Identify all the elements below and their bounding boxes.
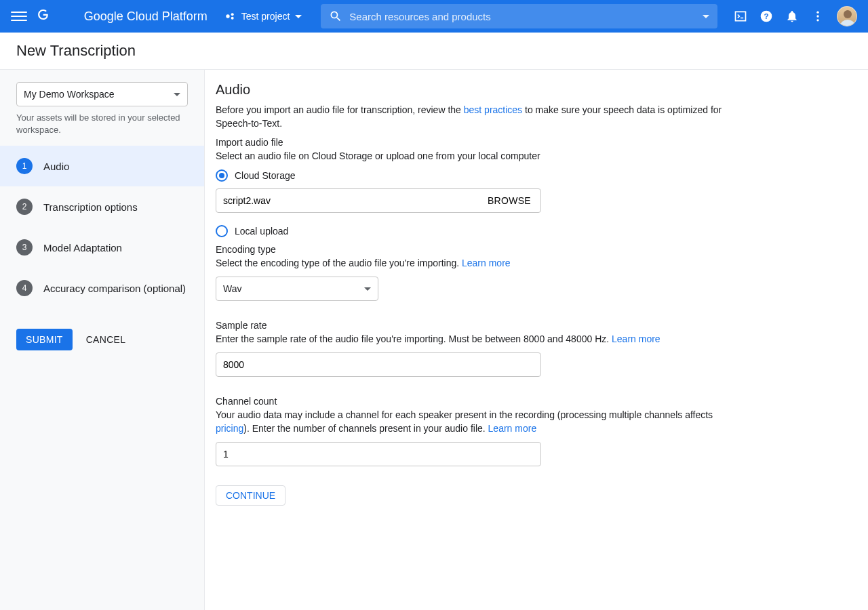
sidebar: My Demo Workspace Your assets will be st… — [0, 70, 205, 610]
svg-point-1 — [231, 13, 233, 16]
chevron-down-icon — [364, 287, 371, 291]
svg-point-0 — [226, 14, 229, 18]
svg-point-8 — [844, 10, 852, 18]
sample-rate-title: Sample rate — [216, 320, 736, 331]
cloud-shell-icon[interactable] — [734, 9, 747, 23]
step-label: Transcription options — [43, 201, 138, 213]
browse-button[interactable]: BROWSE — [478, 189, 540, 212]
more-icon[interactable] — [811, 9, 825, 23]
page-title: New Transcription — [0, 33, 868, 70]
steps-list: 1 Audio 2 Transcription options 3 Model … — [0, 146, 204, 308]
main-content: Audio Before you import an audio file fo… — [205, 70, 868, 610]
channel-learn-more-link[interactable]: Learn more — [488, 423, 537, 434]
pricing-link[interactable]: pricing — [216, 423, 243, 434]
step-label: Model Adaptation — [43, 242, 122, 253]
radio-label: Cloud Storage — [235, 170, 296, 181]
project-name: Test project — [241, 11, 290, 22]
encoding-desc: Select the encoding type of the audio fi… — [216, 256, 736, 270]
step-label: Audio — [43, 161, 69, 172]
sample-rate-input[interactable] — [216, 352, 541, 377]
search-dropdown-icon[interactable] — [703, 15, 709, 18]
svg-point-6 — [816, 15, 818, 17]
chevron-down-icon — [174, 93, 180, 96]
step-transcription-options[interactable]: 2 Transcription options — [0, 186, 204, 227]
encoding-value: Wav — [223, 283, 241, 294]
channel-count-desc: Your audio data may include a channel fo… — [216, 408, 736, 435]
project-picker[interactable]: Test project — [220, 7, 308, 26]
step-audio[interactable]: 1 Audio — [0, 146, 204, 186]
project-icon — [225, 11, 236, 22]
step-accuracy-comparison[interactable]: 4 Accuracy comparison (optional) — [0, 268, 204, 308]
import-audio-title: Import audio file — [216, 137, 736, 148]
file-path-row: BROWSE — [216, 188, 541, 213]
audio-description: Before you import an audio file for tran… — [216, 103, 736, 130]
submit-button[interactable]: SUBMIT — [16, 329, 73, 350]
platform-logo[interactable]: Google Cloud Platform — [38, 9, 208, 24]
svg-text:?: ? — [764, 12, 768, 20]
svg-point-9 — [840, 20, 855, 26]
sample-rate-desc: Enter the sample rate of the audio file … — [216, 332, 736, 346]
search-box[interactable] — [321, 4, 717, 28]
encoding-title: Encoding type — [216, 244, 736, 255]
workspace-note: Your assets will be stored in your selec… — [0, 112, 204, 136]
continue-button[interactable]: CONTINUE — [216, 485, 285, 506]
file-path-input[interactable] — [216, 195, 478, 206]
workspace-selected-label: My Demo Workspace — [24, 89, 115, 100]
channel-count-input[interactable] — [216, 442, 541, 466]
svg-point-2 — [231, 17, 233, 20]
cancel-button[interactable]: CANCEL — [86, 329, 126, 350]
radio-icon — [216, 169, 228, 182]
radio-cloud-storage[interactable]: Cloud Storage — [216, 169, 736, 182]
header-icons: ? — [734, 6, 857, 26]
step-model-adaptation[interactable]: 3 Model Adaptation — [0, 227, 204, 268]
channel-count-title: Channel count — [216, 396, 736, 407]
menu-icon[interactable] — [11, 8, 27, 24]
encoding-select[interactable]: Wav — [216, 277, 378, 301]
platform-name: Google Cloud Platform — [84, 9, 208, 24]
radio-icon — [216, 225, 228, 237]
radio-local-upload[interactable]: Local upload — [216, 225, 736, 237]
radio-label: Local upload — [235, 226, 288, 237]
svg-point-7 — [816, 19, 818, 21]
top-header: Google Cloud Platform Test project ? — [0, 0, 868, 33]
section-heading-audio: Audio — [216, 82, 736, 98]
svg-point-5 — [816, 12, 818, 14]
notifications-icon[interactable] — [785, 9, 799, 23]
search-input[interactable] — [349, 11, 697, 22]
avatar[interactable] — [837, 6, 857, 26]
search-icon — [329, 9, 342, 23]
encoding-learn-more-link[interactable]: Learn more — [462, 258, 511, 268]
best-practices-link[interactable]: best practices — [464, 104, 522, 115]
help-icon[interactable]: ? — [760, 9, 773, 23]
step-label: Accuracy comparison (optional) — [43, 283, 186, 294]
import-audio-desc: Select an audio file on Cloud Storage or… — [216, 149, 736, 163]
sample-learn-more-link[interactable]: Learn more — [612, 333, 660, 344]
chevron-down-icon — [295, 15, 302, 18]
workspace-select[interactable]: My Demo Workspace — [16, 82, 188, 106]
